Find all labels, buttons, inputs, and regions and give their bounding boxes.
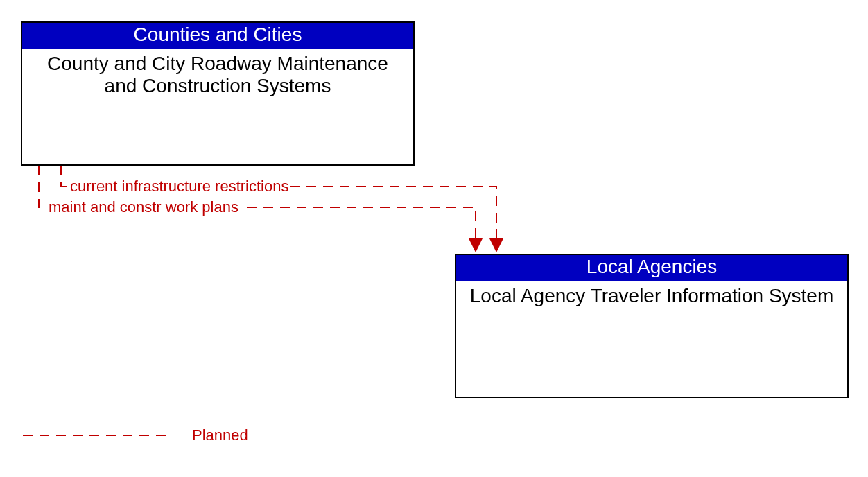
legend-label-planned: Planned: [192, 426, 248, 444]
flow-label-infrastructure-restrictions: current infrastructure restrictions: [69, 177, 290, 196]
connectors: [0, 0, 868, 477]
diagram-canvas: Counties and Cities County and City Road…: [0, 0, 868, 477]
flow-label-work-plans: maint and constr work plans: [47, 198, 240, 216]
